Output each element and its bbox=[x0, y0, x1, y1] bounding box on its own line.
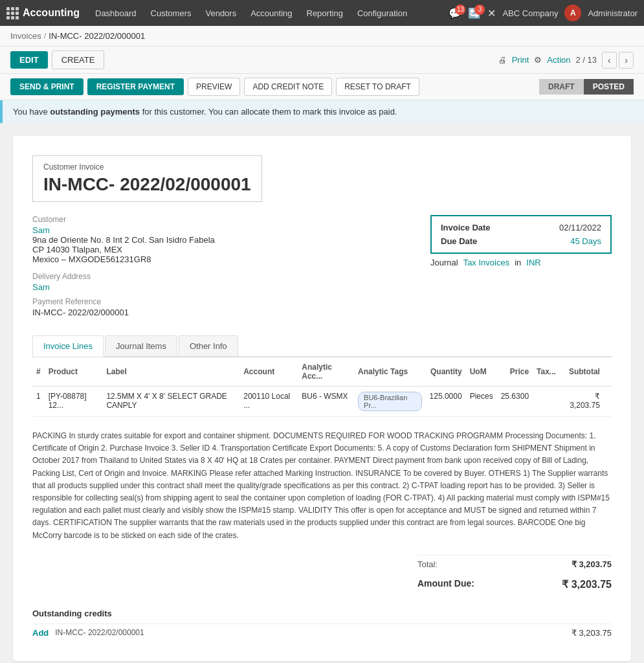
add-credit-note-button[interactable]: ADD CREDIT NOTE bbox=[244, 78, 332, 96]
register-payment-button[interactable]: REGISTER PAYMENT bbox=[87, 78, 184, 95]
journal-label: Journal bbox=[430, 258, 458, 267]
customer-field: Customer Sam 9na de Oriente No. 8 Int 2 … bbox=[32, 215, 405, 264]
delivery-label: Delivery Address bbox=[32, 272, 405, 281]
breadcrumb-parent[interactable]: Invoices bbox=[10, 31, 41, 41]
journal-name[interactable]: Tax Invoices bbox=[463, 258, 510, 267]
tab-invoice-lines[interactable]: Invoice Lines bbox=[32, 335, 104, 357]
action-right: 🖨 Print ⚙ Action 2 / 13 ‹ › bbox=[498, 52, 634, 69]
tab-journal-items[interactable]: Journal Items bbox=[105, 335, 177, 356]
action-bar: EDIT CREATE 🖨 Print ⚙ Action 2 / 13 ‹ › bbox=[0, 47, 644, 74]
delivery-name[interactable]: Sam bbox=[32, 282, 405, 292]
due-date-label: Due Date bbox=[441, 236, 477, 246]
outstanding-row: Add IN-MCC- 2022/02/000001 ₹ 3,203.75 bbox=[32, 624, 612, 642]
invoice-date-value: 02/11/2022 bbox=[559, 223, 601, 232]
reset-to-draft-button[interactable]: RESET TO DRAFT bbox=[336, 78, 419, 96]
invoice-date-row: Invoice Date 02/11/2022 bbox=[441, 223, 601, 232]
brand: Accounting bbox=[6, 7, 80, 19]
outstanding-alert: You have outstanding payments for this c… bbox=[0, 100, 644, 123]
nav-vendors[interactable]: Vendors bbox=[200, 8, 241, 18]
invoice-table: # Product Label Account Analytic Acc... … bbox=[32, 357, 612, 417]
total-label: Total: bbox=[417, 559, 438, 569]
cell-price: 25.6300 bbox=[497, 387, 533, 417]
journal-in: in bbox=[515, 258, 521, 267]
main-content: Customer Invoice IN-MCC- 2022/02/000001 … bbox=[0, 123, 644, 663]
refresh-button[interactable]: 🔄3 bbox=[468, 7, 481, 19]
due-date-value[interactable]: 45 Days bbox=[570, 236, 601, 246]
breadcrumb-current: IN-MCC- 2022/02/000001 bbox=[49, 31, 145, 41]
grid-icon bbox=[6, 7, 19, 19]
alert-text-before: You have bbox=[13, 107, 50, 117]
nav-configuration[interactable]: Configuration bbox=[352, 8, 412, 18]
print-link[interactable]: Print bbox=[512, 55, 529, 65]
customer-label: Customer bbox=[32, 215, 405, 224]
invoice-dates: Invoice Date 02/11/2022 Due Date 45 Days bbox=[430, 215, 612, 254]
outstanding-ref: IN-MCC- 2022/02/000001 bbox=[55, 628, 565, 637]
address-line2: CP 14030 Tlalpan, MEX bbox=[32, 245, 405, 254]
outstanding-title: Outstanding credits bbox=[32, 609, 612, 618]
col-actions bbox=[604, 357, 612, 387]
cell-product: [PY-08878] 12... bbox=[45, 387, 103, 417]
close-button[interactable]: ✕ bbox=[487, 7, 496, 19]
cell-tax bbox=[533, 387, 560, 417]
topnav: Accounting Dashboard Customers Vendors A… bbox=[0, 0, 644, 26]
journal-row: Journal Tax Invoices in INR bbox=[430, 258, 612, 267]
outstanding-section: Outstanding credits Add IN-MCC- 2022/02/… bbox=[32, 609, 612, 642]
col-uom: UoM bbox=[466, 357, 497, 387]
cell-subtotal: ₹ 3,203.75 bbox=[560, 387, 604, 417]
user-name: Administrator bbox=[588, 8, 638, 18]
status-draft: DRAFT bbox=[539, 79, 584, 95]
edit-button[interactable]: EDIT bbox=[10, 51, 48, 69]
cell-num: 1 bbox=[32, 387, 45, 417]
customer-section: Customer Sam 9na de Oriente No. 8 Int 2 … bbox=[32, 215, 612, 322]
analytic-tag-badge: BU6-Brazilian Pr... bbox=[358, 392, 422, 411]
breadcrumb: Invoices / IN-MCC- 2022/02/000001 bbox=[0, 26, 644, 47]
cell-analytic-tags: BU6-Brazilian Pr... bbox=[354, 387, 426, 417]
amount-due-row: Amount Due: ₹ 3,203.75 bbox=[417, 573, 612, 596]
nav-reporting[interactable]: Reporting bbox=[302, 8, 348, 18]
action-icon: ⚙ bbox=[534, 55, 542, 65]
chat-button[interactable]: 💬13 bbox=[449, 7, 461, 19]
topnav-right: 💬13 🔄3 ✕ ABC Company A Administrator bbox=[449, 5, 638, 21]
send-print-button[interactable]: SEND & PRINT bbox=[10, 78, 83, 95]
cell-quantity: 125.0000 bbox=[426, 387, 466, 417]
nav-arrows: ‹ › bbox=[602, 52, 634, 69]
invoice-card: Customer Invoice IN-MCC- 2022/02/000001 … bbox=[13, 136, 631, 661]
company-name: ABC Company bbox=[502, 8, 558, 18]
payment-ref-value: IN-MCC- 2022/02/000001 bbox=[32, 308, 405, 317]
col-analytic-acc: Analytic Acc... bbox=[298, 357, 354, 387]
cell-account: 200110 Local ... bbox=[239, 387, 298, 417]
alert-text-after: for this customer. You can allocate them… bbox=[140, 107, 397, 117]
user-avatar: A bbox=[564, 5, 581, 21]
nav-customers[interactable]: Customers bbox=[146, 8, 197, 18]
delivery-row: Delivery Address Sam bbox=[32, 272, 405, 292]
payment-ref-row: Payment Reference IN-MCC- 2022/02/000001 bbox=[32, 297, 405, 317]
totals-section: Total: ₹ 3,203.75 Amount Due: ₹ 3,203.75 bbox=[32, 555, 612, 596]
tabs: Invoice Lines Journal Items Other Info bbox=[32, 335, 612, 357]
preview-button[interactable]: PREVIEW bbox=[188, 78, 240, 96]
invoice-header-box: Customer Invoice IN-MCC- 2022/02/000001 bbox=[32, 155, 262, 202]
cell-analytic-acc: BU6 - WSMX bbox=[298, 387, 354, 417]
next-button[interactable]: › bbox=[619, 52, 634, 69]
invoice-number: IN-MCC- 2022/02/000001 bbox=[43, 174, 251, 195]
col-subtotal: Subtotal bbox=[560, 357, 604, 387]
action-link[interactable]: Action bbox=[547, 55, 570, 65]
status-badges: DRAFT POSTED bbox=[539, 79, 634, 95]
totals-table: Total: ₹ 3,203.75 Amount Due: ₹ 3,203.75 bbox=[417, 555, 612, 596]
customer-name[interactable]: Sam bbox=[32, 225, 405, 235]
total-value: ₹ 3,203.75 bbox=[572, 559, 612, 569]
tab-other-info[interactable]: Other Info bbox=[179, 335, 238, 356]
customer-left: Customer Sam 9na de Oriente No. 8 Int 2 … bbox=[32, 215, 405, 322]
outstanding-add-button[interactable]: Add bbox=[32, 628, 49, 638]
notes-section: PACKING In sturdy crates suitable for ex… bbox=[32, 430, 612, 542]
status-posted: POSTED bbox=[584, 79, 634, 95]
nav-dashboard[interactable]: Dashboard bbox=[90, 8, 142, 18]
create-button[interactable]: CREATE bbox=[52, 51, 105, 69]
prev-button[interactable]: ‹ bbox=[602, 52, 617, 69]
due-date-row: Due Date 45 Days bbox=[441, 236, 601, 246]
amount-due-value: ₹ 3,203.75 bbox=[562, 578, 612, 590]
nav-accounting[interactable]: Accounting bbox=[245, 8, 297, 18]
cell-row-menu bbox=[604, 387, 612, 417]
invoice-date-label: Invoice Date bbox=[441, 223, 491, 232]
col-price: Price bbox=[497, 357, 533, 387]
journal-currency[interactable]: INR bbox=[526, 258, 540, 267]
